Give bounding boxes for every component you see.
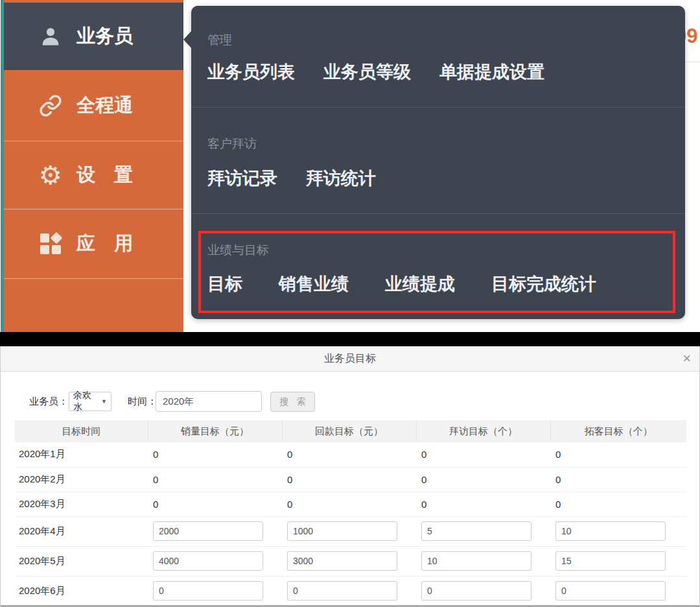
goal-value-input[interactable] — [555, 521, 666, 541]
value-cell: 0 — [148, 467, 282, 492]
goal-value-input[interactable] — [555, 581, 666, 601]
menu-item-visit-statistics[interactable]: 拜访统计 — [306, 167, 376, 189]
value-cell: 0 — [148, 442, 282, 467]
modal-header: 业务员目标 × — [1, 346, 699, 372]
menu-item-sales-performance[interactable]: 销售业绩 — [279, 273, 349, 295]
time-label: 时间： — [128, 391, 157, 412]
background-divider-line — [685, 62, 700, 62]
time-input[interactable] — [156, 391, 262, 412]
flyout-arrow — [183, 30, 192, 49]
menu-item-commission-setting[interactable]: 单据提成设置 — [439, 61, 544, 83]
person-icon — [38, 23, 64, 49]
search-button[interactable]: 搜 索 — [270, 392, 315, 412]
sidebar: 业务员 全程通 ⚙ 设 置 应 用 — [4, 0, 183, 332]
menu-item-goal-completion-statistics[interactable]: 目标完成统计 — [491, 273, 596, 295]
salesperson-flyout-menu: 管理 业务员列表 业务员等级 单据提成设置 客户拜访 拜访记录 拜访统计 业绩与… — [191, 6, 685, 319]
sidebar-item-quanchengtong[interactable]: 全程通 — [4, 70, 183, 141]
menu-item-salesperson-list[interactable]: 业务员列表 — [207, 61, 295, 83]
col-header-prospecting-goal: 拓客目标（个） — [550, 420, 686, 442]
flyout-section-title-customer-visit: 客户拜访 — [207, 137, 257, 151]
value-cell: 0 — [416, 442, 550, 467]
salesperson-goal-modal: 业务员目标 × 业务员： 余欢水 ▼ 时间： 搜 索 目标时间 销量目标（元） … — [0, 346, 700, 607]
table-row: 2020年3月 0 0 0 0 — [15, 492, 686, 516]
top-section: 业务员 全程通 ⚙ 设 置 应 用 09 — [0, 0, 700, 332]
flyout-section-title-management: 管理 — [207, 33, 232, 47]
value-cell: 0 — [550, 492, 686, 516]
value-cell: 0 — [550, 467, 686, 492]
flyout-links-management: 业务员列表 业务员等级 单据提成设置 — [207, 61, 544, 83]
table-header-row: 目标时间 销量目标（元） 回款目标（元） 拜访目标（个） 拓客目标（个） — [15, 420, 686, 442]
table-row: 2020年2月 0 0 0 0 — [15, 467, 686, 492]
sidebar-item-label: 业务员 — [76, 23, 133, 49]
value-cell: 0 — [148, 492, 282, 516]
salesperson-select-value: 余欢水 — [73, 390, 98, 413]
goal-value-input[interactable] — [153, 521, 263, 541]
sidebar-item-label: 全程通 — [76, 93, 133, 119]
month-cell: 2020年4月 — [15, 516, 148, 546]
flyout-divider — [191, 213, 685, 214]
value-cell: 0 — [282, 467, 416, 492]
goal-value-input[interactable] — [287, 551, 397, 571]
value-cell: 0 — [282, 492, 416, 516]
salesperson-label: 业务员： — [29, 391, 68, 412]
table-row: 2020年5月 — [15, 546, 686, 576]
goal-value-input[interactable] — [287, 521, 397, 541]
salesperson-select[interactable]: 余欢水 ▼ — [69, 392, 111, 411]
goal-value-input[interactable] — [421, 521, 531, 541]
goal-value-input[interactable] — [555, 551, 666, 571]
goal-value-input[interactable] — [287, 581, 397, 601]
sidebar-item-label: 设 置 — [76, 162, 133, 188]
red-highlight-box — [198, 231, 675, 313]
modal-title: 业务员目标 — [1, 346, 699, 371]
month-cell: 2020年5月 — [15, 546, 148, 576]
menu-item-performance-commission[interactable]: 业绩提成 — [385, 273, 455, 295]
goal-value-input[interactable] — [421, 551, 531, 571]
goal-value-input[interactable] — [153, 551, 263, 571]
month-cell: 2020年2月 — [15, 467, 148, 492]
chevron-down-icon: ▼ — [101, 398, 107, 405]
col-header-payment-goal: 回款目标（元） — [282, 420, 416, 442]
sidebar-item-settings[interactable]: ⚙ 设 置 — [4, 141, 183, 209]
menu-item-visit-records[interactable]: 拜访记录 — [207, 167, 277, 189]
menu-item-salesperson-grade[interactable]: 业务员等级 — [323, 61, 411, 83]
screen: 业务员 全程通 ⚙ 设 置 应 用 09 — [0, 0, 700, 607]
goal-value-input[interactable] — [153, 581, 263, 601]
gear-icon: ⚙ — [38, 162, 64, 188]
flyout-links-customer-visit: 拜访记录 拜访统计 — [207, 167, 376, 189]
blocks-icon — [38, 231, 64, 257]
col-header-visit-goal: 拜访目标（个） — [416, 420, 550, 442]
search-form: 业务员： 余欢水 ▼ 时间： 搜 索 — [1, 391, 699, 413]
value-cell: 0 — [416, 467, 550, 492]
menu-item-goal[interactable]: 目标 — [207, 273, 242, 295]
col-header-goal-time: 目标时间 — [15, 420, 148, 442]
sidebar-item-salesperson[interactable]: 业务员 — [4, 3, 183, 70]
value-cell: 0 — [550, 442, 686, 467]
sidebar-item-label: 应 用 — [76, 231, 133, 257]
flyout-section-title-performance-goals: 业绩与目标 — [207, 243, 269, 257]
sidebar-item-apps[interactable]: 应 用 — [4, 209, 183, 279]
col-header-sales-goal: 销量目标（元） — [148, 420, 282, 442]
month-cell: 2020年6月 — [15, 576, 148, 606]
link-icon — [38, 93, 64, 119]
goal-value-input[interactable] — [421, 581, 531, 601]
flyout-divider — [191, 107, 685, 108]
table-row: 2020年6月 — [15, 576, 686, 606]
close-icon[interactable]: × — [682, 351, 691, 366]
month-cell: 2020年1月 — [15, 442, 148, 467]
screenshot-separator-band — [0, 332, 700, 346]
value-cell: 0 — [282, 442, 416, 467]
flyout-links-performance-goals: 目标 销售业绩 业绩提成 目标完成统计 — [207, 273, 596, 295]
value-cell: 0 — [416, 492, 550, 516]
table-row: 2020年1月 0 0 0 0 — [15, 442, 686, 467]
goal-table: 目标时间 销量目标（元） 回款目标（元） 拜访目标（个） 拓客目标（个） 202… — [15, 420, 686, 606]
month-cell: 2020年3月 — [15, 492, 148, 516]
table-row: 2020年4月 — [15, 516, 686, 546]
